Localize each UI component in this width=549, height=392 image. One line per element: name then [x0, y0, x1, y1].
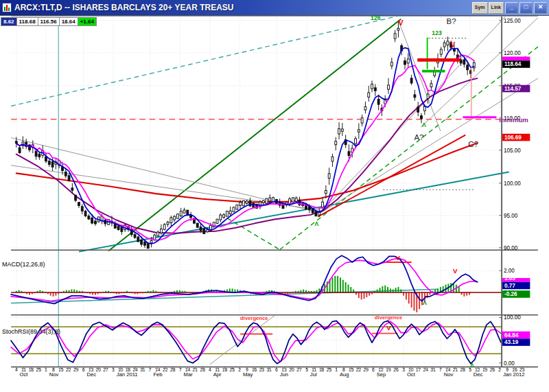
candle-body	[91, 218, 93, 223]
x-axis-day-label: 25	[327, 367, 332, 372]
candle-body	[75, 195, 77, 200]
annotation-text: 123	[432, 30, 442, 36]
x-axis-day-label: 27	[296, 367, 302, 372]
x-axis-day-label: 26	[393, 367, 399, 372]
x-axis-day-label: 7	[439, 367, 442, 372]
candle-body	[266, 198, 268, 204]
x-axis-day-label: 26	[490, 367, 495, 372]
candle-body	[236, 205, 238, 209]
x-axis-day-label: 18	[319, 367, 325, 372]
x-axis-day-label: 15	[349, 367, 354, 372]
candle-body	[377, 99, 379, 104]
link-button[interactable]: Link	[489, 2, 504, 14]
sell-marker: V	[453, 267, 458, 275]
chart-canvas[interactable]: 125.00120.00115.00110.00105.00100.0095.0…	[0, 16, 549, 392]
candle-body	[262, 200, 264, 203]
x-axis-day-label: 1	[45, 367, 47, 372]
minimize-button[interactable]: _	[505, 2, 518, 14]
quote-cell-0: 8.62	[1, 17, 17, 26]
buy-marker: Λ	[315, 220, 319, 227]
price-badge-label: 114.57	[504, 86, 522, 92]
candle-body	[134, 235, 136, 238]
x-axis-day-label: 25	[230, 367, 235, 372]
x-axis-day-label: 29	[73, 367, 79, 372]
candle-body	[331, 157, 334, 161]
x-axis-day-label: 31	[266, 367, 272, 372]
close-button[interactable]: ✕	[534, 2, 547, 14]
candle-body	[180, 211, 182, 216]
x-axis-day-label: 22	[163, 367, 168, 372]
x-axis-day-label: 28	[170, 367, 176, 372]
x-axis-day-label: 28	[200, 367, 205, 372]
x-axis-month-label: Oct	[407, 371, 416, 378]
candle-body	[68, 176, 70, 181]
candle-body	[137, 237, 139, 242]
macd-panel-label: MACD(12,26,8)	[2, 261, 45, 268]
quote-cell-2: 116.56	[38, 17, 60, 26]
stoch-panel-label: StochRSI(89,34(3),8)	[2, 328, 60, 335]
candle-body	[48, 161, 50, 165]
price-badge-label: 64.84	[504, 332, 519, 338]
candle-body	[315, 211, 317, 216]
x-axis-month-label: Apr	[213, 371, 222, 378]
annotation-text: minimum	[499, 116, 528, 124]
x-axis-day-label: 7	[149, 367, 152, 372]
candle-body	[220, 215, 222, 220]
x-axis-day-label: 3	[112, 367, 115, 372]
candle-body	[141, 240, 143, 244]
annotation-text: C?	[468, 140, 478, 148]
app-chart-icon	[2, 3, 12, 12]
sym-button[interactable]: Sym	[472, 2, 488, 14]
x-axis-month-label: Jun	[280, 371, 288, 378]
candle-body	[269, 198, 271, 201]
candle-body	[196, 223, 198, 227]
annotation-text: B?	[446, 17, 456, 25]
sell-marker: V	[396, 254, 401, 262]
candle-body	[348, 152, 350, 156]
axis-label: 90.00	[504, 245, 518, 251]
candle-body	[157, 232, 159, 236]
x-axis-month-label: Jan 2012	[503, 371, 525, 378]
candle-body	[341, 129, 343, 131]
chart-background	[11, 16, 538, 377]
axis-label: 120.00	[504, 50, 521, 56]
candle-body	[292, 198, 294, 202]
axis-label: 100.00	[504, 314, 521, 321]
candle-body	[328, 174, 330, 178]
x-axis-day-label: 6	[82, 367, 85, 372]
x-axis-day-label: 31	[140, 367, 145, 372]
axis-label: 0.00	[504, 360, 515, 367]
candle-body	[200, 227, 202, 231]
axis-label: 2.00	[504, 268, 515, 274]
candle-body	[207, 230, 209, 232]
candle-body	[361, 118, 363, 124]
candle-body	[143, 242, 145, 245]
candle-body	[397, 28, 399, 30]
candle-body	[176, 214, 178, 219]
candle-body	[374, 88, 376, 91]
candle-body	[174, 216, 176, 220]
candle-body	[226, 211, 228, 216]
candle-body	[463, 60, 465, 65]
annotation-text: A?	[414, 133, 423, 141]
buy-marker: Λ	[423, 299, 427, 306]
maximize-button[interactable]: □	[519, 2, 533, 14]
candle-body	[117, 226, 119, 229]
x-axis-day-label: 23	[259, 367, 265, 372]
candle-body	[223, 215, 225, 218]
x-axis-day-label: 25	[36, 367, 41, 372]
x-axis-month-label: Mar	[184, 371, 194, 378]
x-axis-day-label: 24	[423, 367, 429, 372]
candle-body	[364, 106, 366, 110]
candle-body	[35, 151, 37, 157]
candle-body	[167, 222, 169, 224]
candle-body	[160, 229, 162, 233]
candle-body	[65, 172, 67, 176]
candle-body	[325, 190, 327, 193]
candle-body	[355, 139, 357, 143]
candle-body	[440, 49, 442, 54]
price-badge	[502, 57, 530, 61]
price-badge-label: 1.03	[504, 275, 515, 281]
x-axis-month-label: Nov	[444, 371, 454, 378]
chart-area[interactable]: 125.00120.00115.00110.00105.00100.0095.0…	[0, 16, 549, 392]
